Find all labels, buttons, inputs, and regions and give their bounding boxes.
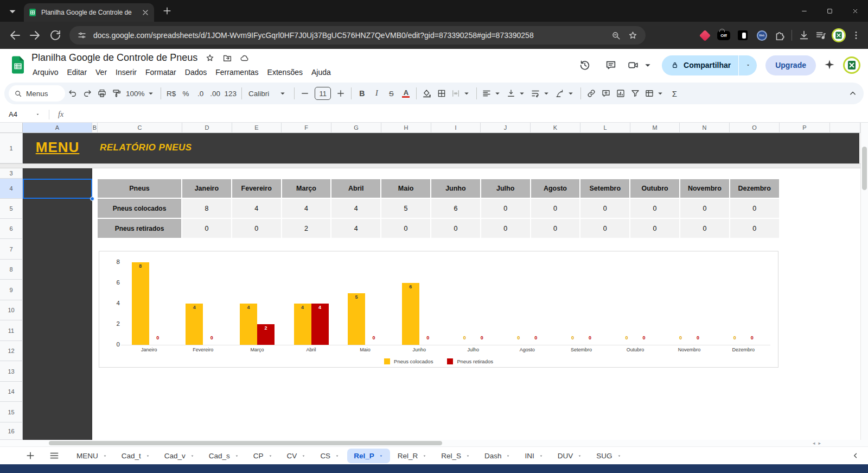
scroll-tabs-icon[interactable] <box>851 451 860 461</box>
sheet-tab-caret-icon[interactable] <box>103 453 107 458</box>
sheet-tab-rel_r[interactable]: Rel_R <box>391 449 434 463</box>
hidden-row-2[interactable] <box>0 163 860 168</box>
star-document-icon[interactable] <box>205 53 215 63</box>
zoom-select[interactable]: 100% <box>124 85 157 102</box>
horizontal-align-button[interactable] <box>480 85 504 102</box>
row-header-5[interactable]: 5 <box>0 199 23 219</box>
sheet-tab-rel_s[interactable]: Rel_S <box>435 449 477 463</box>
paint-format-button[interactable] <box>110 85 124 102</box>
column-header-D[interactable]: D <box>182 123 232 133</box>
table-cell[interactable]: 0 <box>730 219 779 238</box>
column-header-L[interactable]: L <box>580 123 630 133</box>
zoom-icon[interactable] <box>611 30 621 41</box>
percent-format-button[interactable]: % <box>179 85 193 102</box>
menu-ferramentas[interactable]: Ferramentas <box>211 67 263 78</box>
menus-search[interactable]: Menus <box>9 85 65 102</box>
table-header-agosto[interactable]: Agosto <box>531 179 580 198</box>
downloads-icon[interactable] <box>798 29 810 41</box>
sheet-tab-caret-icon[interactable] <box>145 453 150 458</box>
bookmark-star-icon[interactable] <box>628 30 638 41</box>
chrome-menu-icon[interactable] <box>851 30 861 41</box>
column-header-A[interactable]: A <box>23 123 92 133</box>
number-format-button[interactable]: 123 <box>223 85 239 102</box>
minimize-button[interactable] <box>792 0 817 22</box>
media-playlist-icon[interactable] <box>815 29 827 41</box>
vertical-align-button[interactable] <box>505 85 528 102</box>
horizontal-scrollbar-thumb[interactable] <box>49 441 442 445</box>
add-sheet-button[interactable] <box>25 450 36 461</box>
sheet-tab-caret-icon[interactable] <box>539 453 544 458</box>
borders-button[interactable] <box>435 85 449 102</box>
account-avatar[interactable] <box>843 56 860 74</box>
sheet-tab-duv[interactable]: DUV <box>551 449 589 463</box>
bold-button[interactable]: B <box>355 85 369 102</box>
table-cell[interactable]: 0 <box>381 219 430 238</box>
browser-tab[interactable]: Planilha Google de Controle de <box>24 3 154 22</box>
sheet-tab-caret-icon[interactable] <box>234 453 239 458</box>
meet-button[interactable] <box>626 54 654 76</box>
table-header-outubro[interactable]: Outubro <box>630 179 679 198</box>
version-history-button[interactable] <box>574 54 596 76</box>
column-header-P[interactable]: P <box>780 123 830 133</box>
row-header-11[interactable]: 11 <box>0 320 23 341</box>
table-header-junho[interactable]: Junho <box>431 179 480 198</box>
table-cell[interactable]: 4 <box>331 219 380 238</box>
sheet-tab-caret-icon[interactable] <box>422 453 427 458</box>
pneus-chart[interactable]: 8642080Janeiro40Fevereiro42Março44Abril5… <box>99 251 778 368</box>
table-cell[interactable]: 6 <box>431 199 480 218</box>
horizontal-scrollbar[interactable]: ◂▸ <box>0 440 868 446</box>
vertical-scrollbar[interactable] <box>860 123 868 440</box>
sheet-tab-cad_t[interactable]: Cad_t <box>115 449 157 463</box>
insert-comment-button[interactable] <box>599 85 613 102</box>
sheet-tab-cp[interactable]: CP <box>247 449 279 463</box>
fill-color-button[interactable] <box>420 85 434 102</box>
share-button[interactable]: Compartilhar <box>662 55 738 75</box>
row-header-16[interactable]: 16 <box>0 422 23 440</box>
menu-ajuda[interactable]: Ajuda <box>307 67 335 78</box>
row-header-3[interactable]: 3 <box>0 168 23 179</box>
chart-bar-colocados[interactable]: 6 <box>402 283 419 345</box>
table-cell[interactable]: 0 <box>730 199 779 218</box>
font-size-input[interactable]: 11 <box>315 87 331 100</box>
name-box[interactable]: A4 <box>0 110 46 118</box>
spreadsheet-grid[interactable]: ABCDEFGHIJKLMNOP 1345678910111213141516 … <box>0 123 860 440</box>
chart-bar-retirados[interactable]: 2 <box>257 324 275 345</box>
table-cell[interactable]: 0 <box>580 199 629 218</box>
table-cell[interactable]: 0 <box>182 219 231 238</box>
text-color-button[interactable]: A <box>399 85 413 102</box>
chart-bar-colocados[interactable]: 8 <box>132 262 149 345</box>
table-header-abril[interactable]: Abril <box>331 179 380 198</box>
table-cell[interactable]: 2 <box>282 219 331 238</box>
chart-bar-colocados[interactable]: 5 <box>348 293 365 345</box>
column-header-K[interactable]: K <box>531 123 580 133</box>
row-header-13[interactable]: 13 <box>0 361 23 382</box>
extensions-puzzle-icon[interactable] <box>774 29 786 41</box>
banner-menu-link[interactable]: MENU <box>23 139 92 156</box>
site-info-icon[interactable] <box>77 30 87 40</box>
extension-diamond-icon[interactable] <box>698 28 712 42</box>
chart-bar-colocados[interactable]: 4 <box>294 304 311 345</box>
column-header-I[interactable]: I <box>431 123 481 133</box>
column-header-M[interactable]: M <box>630 123 680 133</box>
decrease-decimals-button[interactable]: .0 <box>194 85 208 102</box>
table-cell[interactable]: 8 <box>182 199 231 218</box>
sheet-tab-menu[interactable]: MENU <box>70 449 114 463</box>
gemini-sparkle-icon[interactable] <box>822 58 837 72</box>
url-text[interactable]: docs.google.com/spreadsheets/d/1JOM-Wvm9… <box>93 31 604 40</box>
increase-font-size-button[interactable] <box>334 85 348 102</box>
table-cell[interactable]: 0 <box>531 199 580 218</box>
insert-link-button[interactable] <box>584 85 598 102</box>
table-cell[interactable]: 0 <box>680 219 729 238</box>
sheet-tab-caret-icon[interactable] <box>577 453 582 458</box>
share-dropdown[interactable] <box>738 55 757 75</box>
extension-off-icon[interactable]: Off <box>717 28 731 42</box>
selected-cell-a4[interactable] <box>23 179 92 199</box>
table-cell[interactable]: 0 <box>630 219 679 238</box>
sheet-tab-caret-icon[interactable] <box>465 453 470 458</box>
table-cell[interactable]: 0 <box>531 219 580 238</box>
sheet-tab-rel_p[interactable]: Rel_P <box>347 449 390 463</box>
table-row-label[interactable]: Pneus retirados <box>98 219 181 238</box>
column-header-C[interactable]: C <box>98 123 182 133</box>
collapse-toolbar-icon[interactable] <box>847 88 858 99</box>
redo-button[interactable] <box>80 85 94 102</box>
